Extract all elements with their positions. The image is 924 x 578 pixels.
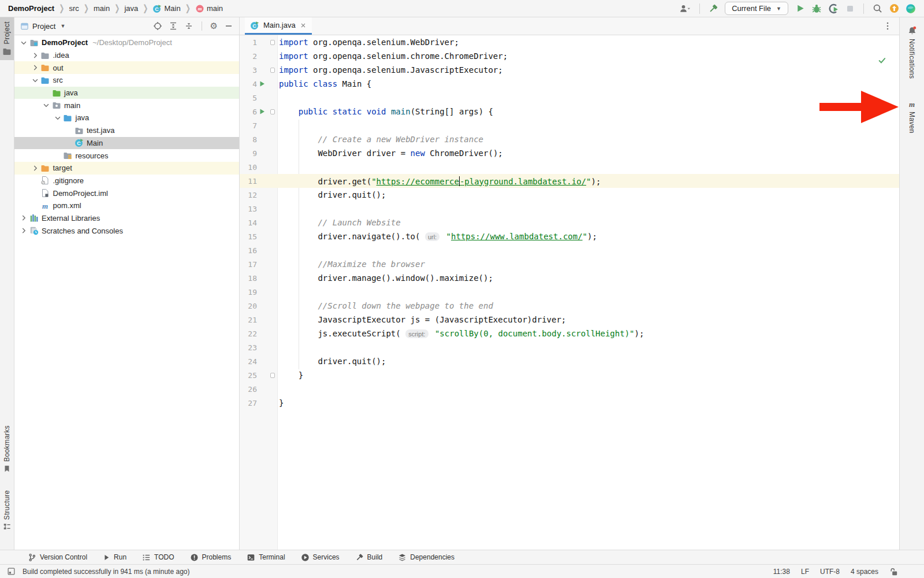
code-area[interactable]: 1import org.openqa.selenium.WebDriver;2i… — [240, 35, 899, 550]
code-line-12[interactable]: 12 driver.quit(); — [240, 188, 899, 202]
tree-row-resources[interactable]: resources — [14, 149, 239, 162]
chevron-down-icon[interactable] — [30, 76, 40, 85]
toolwindow-button-run[interactable]: Run — [103, 553, 126, 561]
hide-panel-button[interactable] — [224, 21, 233, 31]
code-line-14[interactable]: 14 // Launch Website — [240, 216, 899, 229]
code-line-16[interactable]: 16 — [240, 243, 899, 257]
update-available-icon[interactable] — [889, 3, 899, 14]
code-line-9[interactable]: 9 WebDriver driver = new ChromeDriver(); — [240, 146, 899, 160]
code-line-20[interactable]: 20 //Scroll down the webpage to the end — [240, 299, 899, 313]
breadcrumb-item-src[interactable]: src — [69, 4, 79, 13]
stop-button[interactable] — [845, 3, 855, 14]
code-line-21[interactable]: 21 JavascriptExecutor js = (JavascriptEx… — [240, 313, 899, 327]
run-configuration-select[interactable]: Current File ▼ — [725, 2, 788, 15]
toolwindow-button-todo[interactable]: TODO — [142, 553, 174, 562]
tree-row-java[interactable]: java — [14, 87, 239, 99]
tree-row-main[interactable]: CMain — [14, 137, 239, 150]
debug-button[interactable] — [811, 3, 822, 14]
tree-row-test-java[interactable]: test.java — [14, 124, 239, 137]
line-ending-widget[interactable]: LF — [801, 568, 809, 576]
code-line-15[interactable]: 15 driver.navigate().to( url: "https://w… — [240, 229, 899, 243]
select-opened-file-button[interactable] — [153, 21, 162, 31]
toolwindow-stripe-structure[interactable]: Structure — [0, 486, 14, 535]
plugin-sphere-icon[interactable] — [906, 3, 916, 14]
tree-row-src[interactable]: src — [14, 74, 239, 87]
tree-row--idea[interactable]: .idea — [14, 49, 239, 62]
toolwindow-stripe-project[interactable]: Project — [0, 17, 14, 60]
breadcrumb-item-java[interactable]: java — [124, 4, 138, 13]
tree-row-main[interactable]: main — [14, 99, 239, 112]
code-line-18[interactable]: 18 driver.manage().window().maximize(); — [240, 271, 899, 285]
breadcrumb-item-main[interactable]: main — [94, 4, 110, 13]
code-line-1[interactable]: 1import org.openqa.selenium.WebDriver; — [240, 35, 899, 49]
code-line-10[interactable]: 10 — [240, 160, 899, 174]
code-line-11[interactable]: 11 driver.get("https://ecommerce-playgro… — [240, 174, 899, 188]
gutter-run-icon[interactable] — [257, 81, 267, 87]
code-line-24[interactable]: 24 driver.quit(); — [240, 354, 899, 368]
code-line-6[interactable]: 6 public static void main(String[] args)… — [240, 105, 899, 118]
breadcrumb-item-main[interactable]: CMain — [152, 4, 180, 13]
build-hammer-icon[interactable] — [708, 3, 718, 14]
project-view-selector[interactable]: Project ▼ — [20, 22, 65, 31]
code-line-13[interactable]: 13 — [240, 202, 899, 216]
run-button[interactable] — [795, 3, 805, 14]
tree-row-external-libraries[interactable]: External Libraries — [14, 212, 239, 225]
fold-marker-icon[interactable] — [267, 373, 278, 378]
toolwindow-stripe-notifications[interactable]: Notifications — [900, 22, 924, 83]
toolwindow-button-problems[interactable]: Problems — [190, 553, 232, 562]
toolwindow-button-services[interactable]: Services — [301, 553, 340, 562]
tree-row--gitignore[interactable]: .gitignore — [14, 175, 239, 187]
code-line-7[interactable]: 7 — [240, 118, 899, 132]
tree-row-target[interactable]: target — [14, 162, 239, 175]
tree-row-demoproject-iml[interactable]: DemoProject.iml — [14, 187, 239, 199]
code-line-2[interactable]: 2import org.openqa.selenium.chrome.Chrom… — [240, 49, 899, 63]
code-line-22[interactable]: 22 js.executeScript( script: "scrollBy(0… — [240, 327, 899, 340]
tree-row-java[interactable]: java — [14, 112, 239, 124]
chevron-down-icon[interactable] — [18, 38, 29, 47]
fold-marker-icon[interactable] — [267, 68, 278, 73]
tree-row-out[interactable]: out — [14, 61, 239, 74]
tree-row-pom-xml[interactable]: mpom.xml — [14, 199, 239, 212]
user-icon[interactable] — [679, 3, 691, 14]
toolwindow-button-build[interactable]: Build — [355, 553, 383, 562]
code-line-8[interactable]: 8 // Create a new WebDriver instance — [240, 132, 899, 146]
settings-gear-icon[interactable]: ⚙ — [210, 21, 218, 31]
close-tab-icon[interactable] — [300, 22, 307, 29]
chevron-down-icon[interactable] — [41, 101, 51, 110]
toolwindow-stripe-bookmarks[interactable]: Bookmarks — [0, 421, 14, 477]
search-everywhere-icon[interactable] — [872, 3, 882, 14]
code-line-17[interactable]: 17 //Maximize the browser — [240, 257, 899, 271]
chevron-right-icon[interactable] — [30, 51, 40, 60]
breadcrumb-item-demoproject[interactable]: DemoProject — [8, 4, 54, 13]
fold-marker-icon[interactable] — [267, 109, 278, 114]
code-line-19[interactable]: 19 — [240, 285, 899, 299]
code-line-25[interactable]: 25 } — [240, 368, 899, 382]
window-layout-icon[interactable] — [7, 567, 16, 576]
indentation-widget[interactable]: 4 spaces — [851, 568, 878, 576]
tree-row-scratches-and-consoles[interactable]: Scratches and Consoles — [14, 224, 239, 237]
chevron-down-icon[interactable] — [53, 113, 63, 123]
code-line-4[interactable]: 4public class Main { — [240, 77, 899, 91]
expand-all-button[interactable] — [169, 21, 178, 31]
gutter-run-icon[interactable] — [257, 109, 267, 114]
code-line-27[interactable]: 27} — [240, 396, 899, 410]
code-line-3[interactable]: 3import org.openqa.selenium.JavascriptEx… — [240, 63, 899, 77]
encoding-widget[interactable]: UTF-8 — [820, 568, 840, 576]
toolwindow-button-terminal[interactable]: Terminal — [247, 553, 285, 562]
toolwindow-stripe-maven[interactable]: mMaven — [900, 95, 924, 138]
fold-marker-icon[interactable] — [267, 40, 278, 45]
toolwindow-button-dependencies[interactable]: Dependencies — [398, 553, 454, 562]
collapse-all-button[interactable] — [184, 21, 193, 31]
tab-main-java[interactable]: C Main.java — [245, 17, 312, 35]
breadcrumb-item-main[interactable]: mmain — [195, 4, 223, 13]
toolwindow-button-version-control[interactable]: Version Control — [28, 553, 87, 562]
chevron-right-icon[interactable] — [18, 226, 29, 235]
inspections-ok-icon[interactable] — [878, 56, 886, 65]
chevron-right-icon[interactable] — [30, 63, 40, 72]
editor-options-icon[interactable] — [883, 21, 899, 31]
code-line-23[interactable]: 23 — [240, 340, 899, 354]
code-line-26[interactable]: 26 — [240, 382, 899, 396]
run-with-coverage-button[interactable] — [828, 3, 839, 14]
tree-row-demoproject[interactable]: DemoProject~/Desktop/DemoProject — [14, 36, 239, 49]
chevron-right-icon[interactable] — [18, 213, 29, 223]
